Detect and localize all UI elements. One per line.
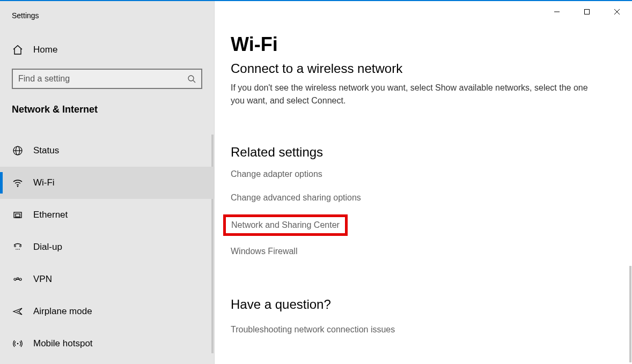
sidebar-item-label: Dial-up xyxy=(33,242,62,252)
connect-heading: Connect to a wireless network xyxy=(231,61,616,76)
main-content: Wi-Fi Connect to a wireless network If y… xyxy=(215,1,632,364)
sidebar-item-label: Mobile hotspot xyxy=(33,338,93,349)
settings-window: Settings Home xyxy=(0,0,632,364)
svg-point-15 xyxy=(19,249,20,250)
svg-point-16 xyxy=(14,278,16,280)
search-box[interactable] xyxy=(12,69,202,89)
search-wrap xyxy=(0,63,214,89)
sidebar-item-airplane[interactable]: Airplane mode xyxy=(0,295,214,328)
related-heading: Related settings xyxy=(231,145,616,160)
close-button[interactable] xyxy=(602,1,632,23)
sidebar-item-status[interactable]: Status xyxy=(0,135,214,167)
svg-point-5 xyxy=(17,185,18,187)
sidebar-item-label: Status xyxy=(33,145,59,156)
question-heading: Have a question? xyxy=(231,297,616,312)
page-title: Wi-Fi xyxy=(231,33,616,56)
home-icon xyxy=(12,44,24,56)
main-scrollbar[interactable] xyxy=(629,266,631,362)
link-windows-firewall[interactable]: Windows Firewall xyxy=(231,247,297,256)
dialup-icon xyxy=(12,241,24,253)
sidebar-item-label: Wi-Fi xyxy=(33,177,55,188)
sidebar-item-wifi[interactable]: Wi-Fi xyxy=(0,167,214,199)
svg-point-14 xyxy=(17,249,18,250)
app-title: Settings xyxy=(0,8,214,24)
svg-line-1 xyxy=(193,80,195,83)
sidebar-item-ethernet[interactable]: Ethernet xyxy=(0,199,214,231)
sidebar-item-label: Airplane mode xyxy=(33,306,92,317)
svg-rect-19 xyxy=(17,278,19,279)
connect-body: If you don't see the wireless network yo… xyxy=(231,81,601,107)
svg-point-20 xyxy=(17,343,19,345)
link-network-sharing-center[interactable]: Network and Sharing Center xyxy=(223,214,348,236)
vpn-icon xyxy=(12,273,24,285)
sidebar-section-heading: Network & Internet xyxy=(0,89,214,125)
sidebar-item-dialup[interactable]: Dial-up xyxy=(0,231,214,263)
minimize-button[interactable] xyxy=(542,1,572,23)
home-label: Home xyxy=(33,44,57,55)
maximize-button[interactable] xyxy=(572,1,602,23)
link-troubleshooting[interactable]: Troubleshooting network connection issue… xyxy=(231,325,395,335)
link-advanced-sharing[interactable]: Change advanced sharing options xyxy=(231,193,361,203)
window-controls xyxy=(542,1,632,23)
svg-rect-22 xyxy=(585,10,590,14)
svg-point-17 xyxy=(19,278,21,280)
sidebar: Settings Home xyxy=(0,1,215,364)
ethernet-icon xyxy=(12,209,24,221)
home-button[interactable]: Home xyxy=(0,36,214,63)
airplane-icon xyxy=(12,306,24,317)
svg-point-12 xyxy=(20,246,21,247)
link-change-adapter[interactable]: Change adapter options xyxy=(231,169,322,179)
sidebar-content: Home Network & Internet xyxy=(0,24,214,360)
hotspot-icon xyxy=(12,338,24,350)
search-input[interactable] xyxy=(18,74,187,84)
sidebar-item-label: VPN xyxy=(33,274,52,285)
nav-list: Status Wi-Fi xyxy=(0,135,214,360)
sidebar-item-hotspot[interactable]: Mobile hotspot xyxy=(0,328,214,360)
sidebar-item-vpn[interactable]: VPN xyxy=(0,263,214,295)
search-icon xyxy=(187,75,196,83)
svg-point-0 xyxy=(188,76,194,81)
sidebar-item-label: Ethernet xyxy=(33,210,68,220)
wifi-icon xyxy=(12,177,24,189)
svg-point-11 xyxy=(14,246,16,247)
globe-icon xyxy=(12,145,24,157)
svg-point-13 xyxy=(16,249,17,250)
